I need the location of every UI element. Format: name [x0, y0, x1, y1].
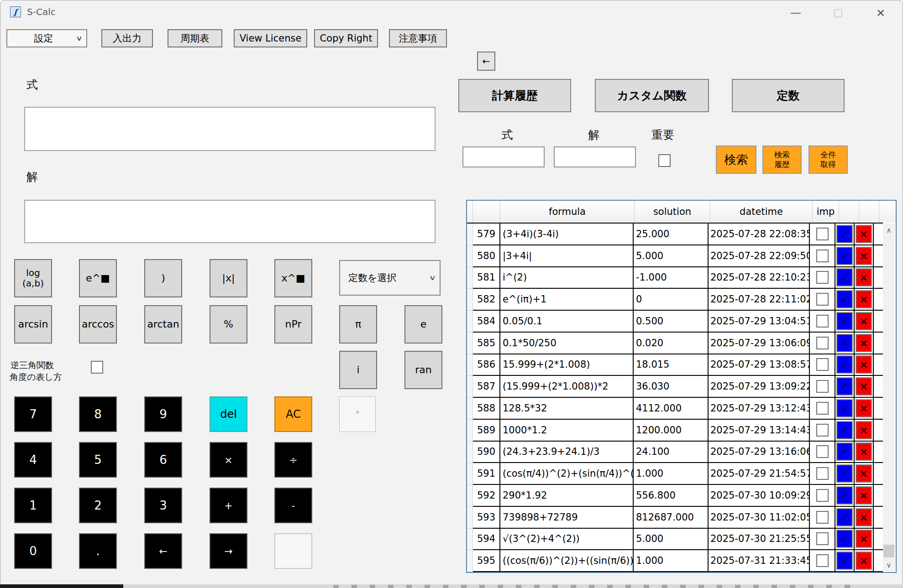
key-del[interactable]: del	[210, 396, 247, 432]
delete-row-button[interactable]: ×	[856, 334, 872, 352]
expression-input[interactable]	[24, 107, 436, 151]
search-expression-input[interactable]	[462, 146, 545, 167]
calc-history-button[interactable]: 計算履歴	[458, 79, 571, 112]
notes-button[interactable]: 注意事項	[389, 29, 447, 47]
imp-checkbox[interactable]	[816, 554, 829, 567]
imp-checkbox[interactable]	[816, 532, 829, 545]
settings-dropdown[interactable]: 設定 ∨	[6, 29, 87, 47]
imp-checkbox[interactable]	[816, 380, 829, 393]
search-button[interactable]: 検索	[716, 146, 756, 174]
key-4[interactable]: 4	[14, 442, 52, 478]
table-row[interactable]: 5850.1*50/2500.0202025-07-29 13:06:09✓×	[467, 333, 883, 354]
key-e-constant[interactable]: e	[404, 305, 442, 343]
confirm-row-button[interactable]: ✓	[836, 225, 853, 243]
delete-row-button[interactable]: ×	[856, 312, 872, 330]
imp-checkbox[interactable]	[816, 402, 829, 415]
delete-row-button[interactable]: ×	[856, 225, 872, 243]
key-multiply[interactable]: ×	[210, 442, 247, 478]
key-pi[interactable]: π	[339, 305, 377, 343]
imp-checkbox[interactable]	[816, 445, 829, 458]
constants-dropdown[interactable]: 定数を選択 ∨	[339, 260, 441, 296]
table-scrollbar[interactable]: ∧ ∨	[883, 224, 895, 571]
delete-row-button[interactable]: ×	[856, 355, 872, 374]
imp-checkbox[interactable]	[816, 293, 829, 306]
delete-row-button[interactable]: ×	[856, 268, 872, 286]
table-row[interactable]: 58615.999+(2*1.008)18.0152025-07-29 13:0…	[467, 354, 883, 376]
key-equals[interactable]: =	[274, 533, 312, 569]
delete-row-button[interactable]: ×	[856, 442, 872, 461]
view-license-button[interactable]: View License	[234, 29, 307, 47]
angle-mode-checkbox[interactable]	[91, 361, 103, 374]
confirm-row-button[interactable]: ✓	[836, 530, 853, 548]
confirm-row-button[interactable]: ✓	[836, 355, 853, 374]
key-percent[interactable]: %	[210, 305, 247, 343]
key-0[interactable]: 0	[14, 533, 52, 569]
header-datetime[interactable]: datetime	[710, 201, 813, 223]
scroll-down-icon[interactable]: ∨	[883, 559, 895, 571]
confirm-row-button[interactable]: ✓	[836, 486, 853, 505]
important-checkbox[interactable]	[658, 154, 671, 167]
key-arccos[interactable]: arccos	[79, 305, 117, 343]
key-ran[interactable]: ran	[404, 351, 442, 389]
key-close-paren[interactable]: )	[144, 259, 182, 297]
table-row[interactable]: 579(3+4i)(3-4i)25.0002025-07-28 22:08:35…	[467, 224, 883, 245]
header-imp[interactable]: imp	[813, 201, 839, 223]
table-row[interactable]: 580|3+4i|5.0002025-07-28 22:09:50✓×	[467, 245, 883, 267]
key-divide[interactable]: ÷	[274, 442, 312, 478]
confirm-row-button[interactable]: ✓	[836, 464, 853, 483]
delete-row-button[interactable]: ×	[856, 530, 872, 548]
key-plus[interactable]: +	[210, 488, 247, 523]
table-row[interactable]: 5840.05/0.10.5002025-07-29 13:04:51✓×	[467, 311, 883, 333]
delete-row-button[interactable]: ×	[856, 377, 872, 395]
confirm-row-button[interactable]: ✓	[836, 399, 853, 417]
key-right-arrow[interactable]: →	[210, 533, 247, 569]
key-x-power[interactable]: x^■	[274, 259, 312, 297]
table-row[interactable]: 594√(3^(2)+4^(2))5.0002025-07-30 21:25:5…	[467, 529, 883, 551]
key-decimal[interactable]: .	[79, 533, 117, 569]
delete-row-button[interactable]: ×	[856, 290, 872, 308]
table-row[interactable]: 591(cos(π/4))^(2)+(sin(π/4))^(21.0002025…	[467, 463, 883, 485]
imp-checkbox[interactable]	[816, 337, 829, 349]
key-3[interactable]: 3	[144, 488, 182, 523]
constants-button[interactable]: 定数	[732, 79, 845, 112]
table-row[interactable]: 593739898+72789812687.0002025-07-30 11:0…	[467, 507, 883, 529]
confirm-row-button[interactable]: ✓	[836, 442, 853, 461]
key-9[interactable]: 9	[144, 396, 182, 432]
solution-output[interactable]	[24, 200, 436, 243]
scroll-up-icon[interactable]: ∧	[883, 224, 895, 236]
confirm-row-button[interactable]: ✓	[836, 268, 853, 286]
minimize-button[interactable]	[782, 4, 809, 22]
key-1[interactable]: 1	[14, 488, 52, 523]
imp-checkbox[interactable]	[816, 228, 829, 240]
periodic-table-button[interactable]: 周期表	[168, 29, 222, 47]
key-arcsin[interactable]: arcsin	[14, 305, 52, 343]
key-ac[interactable]: AC	[274, 396, 312, 432]
confirm-row-button[interactable]: ✓	[836, 377, 853, 395]
key-2[interactable]: 2	[79, 488, 117, 523]
key-7[interactable]: 7	[14, 396, 52, 432]
key-5[interactable]: 5	[79, 442, 117, 478]
key-log-ab[interactable]: log (a,b)	[14, 259, 52, 297]
delete-row-button[interactable]: ×	[856, 486, 872, 505]
get-all-button[interactable]: 全件 取得	[808, 146, 848, 174]
imp-checkbox[interactable]	[816, 511, 829, 524]
search-history-button[interactable]: 検索 履歴	[762, 146, 802, 174]
imp-checkbox[interactable]	[816, 467, 829, 480]
io-button[interactable]: 入出力	[101, 29, 153, 47]
header-solution[interactable]: solution	[635, 201, 710, 223]
key-minus[interactable]: -	[274, 488, 312, 523]
delete-row-button[interactable]: ×	[856, 508, 872, 526]
back-button[interactable]: ←	[477, 52, 495, 71]
confirm-row-button[interactable]: ✓	[836, 312, 853, 330]
delete-row-button[interactable]: ×	[856, 247, 872, 265]
key-left-arrow[interactable]: ←	[144, 533, 182, 569]
table-row[interactable]: 5891000*1.21200.0002025-07-29 13:14:43✓×	[467, 420, 883, 442]
key-arctan[interactable]: arctan	[144, 305, 182, 343]
custom-functions-button[interactable]: カスタム関数	[595, 79, 709, 112]
table-row[interactable]: 588128.5*324112.0002025-07-29 13:12:43✓×	[467, 398, 883, 420]
table-row[interactable]: 581i^(2)-1.0002025-07-28 22:10:23✓×	[467, 267, 883, 289]
imp-checkbox[interactable]	[816, 271, 829, 284]
delete-row-button[interactable]: ×	[856, 552, 872, 570]
key-degree[interactable]: °	[339, 396, 376, 432]
delete-row-button[interactable]: ×	[856, 464, 872, 483]
